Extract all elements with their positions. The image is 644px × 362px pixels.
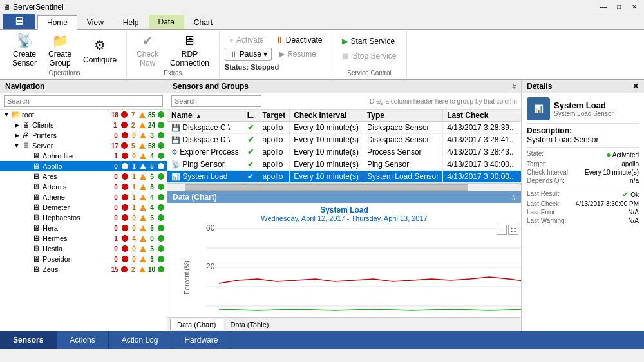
expand-clients[interactable]: ▶ [13,120,21,129]
tree-item-root[interactable]: ▼ 📂 root 18 7 85 [0,110,167,120]
sensors-table: Name ▲ L. Target Check Interval Type Las… [167,110,521,183]
col-name[interactable]: Name ▲ [167,110,243,122]
col-linked[interactable]: L. [243,110,258,122]
chart-tab-data-chart[interactable]: Data (Chart) [170,319,223,330]
tree-item-clients[interactable]: ▶ 🖥 Clients 1 2 24 [0,120,167,130]
tree-item-hera[interactable]: 🖥 Hera 0 0 5 [0,223,167,233]
pause-button[interactable]: ⏸ Pause ▾ [225,48,272,61]
hermes-icon: 🖥 [31,234,41,243]
poseidon-badges: 0 0 3 [111,254,164,263]
stop-service-button[interactable]: ⏹ Stop Service [337,50,401,62]
hephaestos-label: Hephaestos [43,214,111,222]
expand-printers[interactable]: ▶ [13,131,21,140]
tree-item-athene[interactable]: 🖥 Athene 0 1 4 [0,192,167,202]
cell-name: 📡 Ping Sensor [167,158,243,171]
service-control-label: Service Control [337,68,401,77]
col-lasterror[interactable]: Last Error [520,110,521,122]
sensors-search-input[interactable] [171,95,261,107]
activate-button[interactable]: ● Activate [225,33,269,46]
tab-home[interactable]: Home [37,15,77,30]
check-now-button[interactable]: ✔ CheckNow [132,32,163,68]
create-sensor-button[interactable]: 📡 CreateSensor [8,32,41,68]
resume-button[interactable]: ▶ Resume [274,48,321,61]
col-type[interactable]: Type [363,110,442,122]
table-row[interactable]: 💾 Diskspace C:\ ✔ apollo Every 10 minute… [167,122,521,134]
expand-server[interactable]: ▼ [13,141,21,150]
sensors-table-container: Name ▲ L. Target Check Interval Type Las… [167,110,521,183]
ribbon: 📡 CreateSensor 📁 CreateGroup ⚙ Configure… [0,30,644,80]
table-row[interactable]: 💾 Diskspace D:\ ✔ apollo Every 10 minute… [167,134,521,146]
athene-icon: 🖥 [31,193,41,202]
tab-data[interactable]: Data [149,15,184,29]
tree-item-hephaestos[interactable]: 🖥 Hephaestos 0 0 5 [0,213,167,223]
cell-type: Diskspace Sensor [363,134,442,146]
deactivate-circle-icon: ⏸ [276,35,283,44]
table-row[interactable]: ⚙ Explorer Process ✔ apollo Every 10 min… [167,146,521,158]
demeter-label: Demeter [43,204,111,211]
col-target[interactable]: Target [258,110,290,122]
tree-item-printers[interactable]: ▶ 🖨 Printers 0 0 3 [0,130,167,140]
extras-group-label: Extras [132,68,214,77]
details-close-button[interactable]: ✕ [632,82,639,91]
server-icon: 🖥 [21,141,31,150]
deactivate-button[interactable]: ⏸ Deactivate [271,33,327,46]
tree-item-server[interactable]: ▼ 🖥 Server 17 5 58 [0,140,167,151]
details-field-last-check: Last Check: 4/13/2017 3:30:00 PM [527,200,639,207]
bottom-tab-actions[interactable]: Actions [57,331,108,349]
table-row[interactable]: 📡 Ping Sensor ✔ apollo Every 10 minute(s… [167,158,521,171]
table-hscrollbar[interactable] [167,183,521,191]
chart-content: System Load Wednesday, April 12, 2017 - … [167,203,521,317]
server-label: Server [32,142,110,149]
artemis-label: Artemis [43,183,111,191]
tree-item-hermes[interactable]: 🖥 Hermes 1 4 0 [0,233,167,243]
activate-label: Activate [236,35,264,44]
server-badges: 17 5 58 [110,141,164,150]
hestia-label: Hestia [43,245,111,252]
resume-icon: ▶ [279,50,285,59]
zoom-plus-button[interactable]: ⛶ [508,225,518,235]
bottom-tab-sensors[interactable]: Sensors [0,331,57,349]
pin-button[interactable]: # [512,83,516,90]
minimize-button[interactable]: — [596,2,611,12]
configure-button[interactable]: ⚙ Configure [79,32,121,68]
table-row-selected[interactable]: 📊 System Load ✔ apollo Every 10 minute(s… [167,171,521,183]
tree-item-aphrodite[interactable]: 🖥 Aphrodite 1 0 4 [0,151,167,161]
details-content: 📊 System Load System Load Sensor Descrip… [522,93,644,331]
chart-section-header: Data (Chart) # [167,191,521,203]
tree-item-poseidon[interactable]: 🖥 Poseidon 0 0 3 [0,254,167,264]
zeus-badges: 15 2 10 [110,265,164,274]
close-button[interactable]: ✕ [627,2,641,12]
bottom-tab-hardware[interactable]: Hardware [171,331,231,349]
cell-name: 📊 System Load [167,171,243,183]
create-group-icon: 📁 [51,33,69,48]
tab-help[interactable]: Help [113,15,149,29]
tree-item-zeus[interactable]: 🖥 Zeus 15 2 10 [0,264,167,274]
expand-root[interactable]: ▼ [3,110,10,119]
tree-item-apollo[interactable]: 🖥 Apollo 0 1 5 [0,161,167,171]
maximize-button[interactable]: □ [612,2,626,12]
tree-item-artemis[interactable]: 🖥 Artemis 0 1 3 [0,182,167,192]
aphrodite-badges: 1 0 4 [111,151,164,160]
hscroll-thumb[interactable] [185,184,468,191]
col-interval[interactable]: Check Interval [290,110,363,122]
nav-search-input[interactable] [4,95,163,107]
zoom-minus-button[interactable]: - [497,225,507,235]
chart-pin-icon[interactable]: # [512,193,516,201]
tab-chart[interactable]: Chart [184,15,222,29]
start-service-button[interactable]: ▶ Start Service [337,35,399,48]
cell-type: System Load Sensor [363,171,442,183]
tree-item-hestia[interactable]: 🖥 Hestia 0 0 5 [0,243,167,254]
tree-item-demeter[interactable]: 🖥 Demeter 0 1 4 [0,202,167,213]
tree-item-ares[interactable]: 🖥 Ares 0 1 5 [0,171,167,182]
details-sensor-name: System Load [554,100,614,111]
create-group-button[interactable]: 📁 CreateGroup [44,32,76,68]
rdp-connection-button[interactable]: 🖥 RDPConnection [166,32,214,68]
tab-view[interactable]: View [77,15,113,29]
col-lastcheck[interactable]: Last Check [443,110,520,122]
cell-lastcheck: 4/13/2017 3:28:39... [443,122,520,134]
bottom-tabs: Sensors Actions Action Log Hardware [0,331,644,349]
bottom-tab-action-log[interactable]: Action Log [109,331,172,349]
hestia-badges: 0 0 5 [111,244,164,253]
chart-tab-data-table[interactable]: Data (Table) [223,319,276,330]
pause-icon: ⏸ [229,50,237,59]
